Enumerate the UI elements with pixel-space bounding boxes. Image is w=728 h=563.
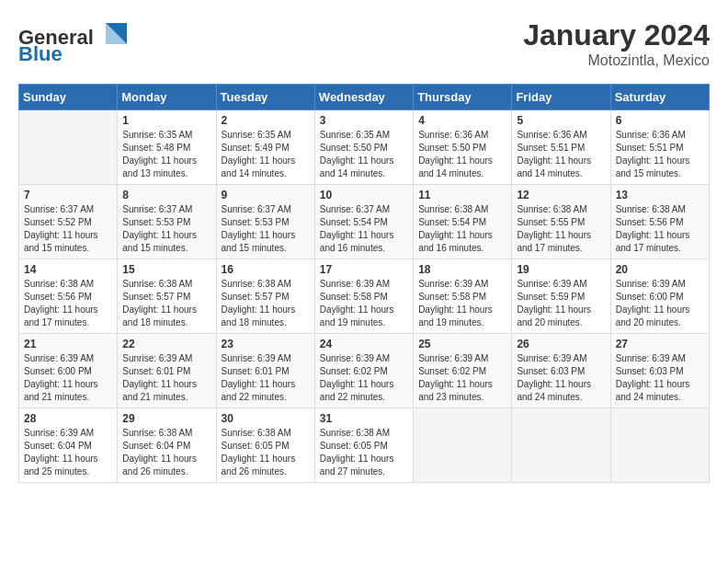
calendar-day-cell: 25Sunrise: 6:39 AMSunset: 6:02 PMDayligh… bbox=[414, 334, 512, 408]
calendar-day-cell: 16Sunrise: 6:38 AMSunset: 5:57 PMDayligh… bbox=[216, 259, 314, 334]
day-details: Sunrise: 6:38 AMSunset: 5:56 PMDaylight:… bbox=[24, 278, 112, 329]
day-details: Sunrise: 6:39 AMSunset: 5:58 PMDaylight:… bbox=[418, 278, 506, 329]
calendar-day-cell: 7Sunrise: 6:37 AMSunset: 5:52 PMDaylight… bbox=[19, 185, 118, 259]
calendar-day-cell bbox=[512, 408, 610, 483]
day-number: 31 bbox=[320, 412, 408, 425]
calendar-day-cell bbox=[19, 110, 118, 185]
day-number: 6 bbox=[616, 114, 704, 127]
calendar-day-cell: 30Sunrise: 6:38 AMSunset: 6:05 PMDayligh… bbox=[216, 408, 314, 483]
day-details: Sunrise: 6:39 AMSunset: 6:01 PMDaylight:… bbox=[122, 352, 210, 404]
month-year-title: January 2024 bbox=[523, 18, 710, 52]
day-number: 26 bbox=[517, 338, 605, 350]
day-number: 12 bbox=[517, 189, 605, 201]
calendar-week-row: 7Sunrise: 6:37 AMSunset: 5:52 PMDaylight… bbox=[19, 185, 710, 259]
weekday-header-cell: Saturday bbox=[610, 85, 709, 110]
day-details: Sunrise: 6:37 AMSunset: 5:54 PMDaylight:… bbox=[320, 203, 408, 255]
day-details: Sunrise: 6:38 AMSunset: 5:57 PMDaylight:… bbox=[122, 278, 210, 329]
day-number: 18 bbox=[418, 263, 506, 276]
day-number: 19 bbox=[517, 263, 605, 276]
location-subtitle: Motozintla, Mexico bbox=[523, 52, 710, 69]
day-number: 1 bbox=[122, 114, 210, 127]
day-number: 10 bbox=[320, 189, 408, 201]
calendar-day-cell: 9Sunrise: 6:37 AMSunset: 5:53 PMDaylight… bbox=[216, 185, 314, 259]
day-number: 13 bbox=[616, 189, 704, 201]
calendar-day-cell: 17Sunrise: 6:39 AMSunset: 5:58 PMDayligh… bbox=[314, 259, 413, 334]
day-details: Sunrise: 6:38 AMSunset: 5:54 PMDaylight:… bbox=[418, 203, 506, 255]
calendar-day-cell: 28Sunrise: 6:39 AMSunset: 6:04 PMDayligh… bbox=[19, 408, 118, 483]
day-details: Sunrise: 6:37 AMSunset: 5:53 PMDaylight:… bbox=[222, 203, 310, 255]
day-details: Sunrise: 6:39 AMSunset: 6:03 PMDaylight:… bbox=[616, 352, 704, 404]
day-details: Sunrise: 6:38 AMSunset: 5:56 PMDaylight:… bbox=[616, 203, 704, 255]
calendar-day-cell: 29Sunrise: 6:38 AMSunset: 6:04 PMDayligh… bbox=[118, 408, 216, 483]
day-number: 29 bbox=[122, 412, 210, 425]
day-number: 4 bbox=[418, 114, 506, 127]
day-number: 9 bbox=[222, 189, 310, 201]
day-number: 15 bbox=[122, 263, 210, 276]
calendar-day-cell: 4Sunrise: 6:36 AMSunset: 5:50 PMDaylight… bbox=[414, 110, 512, 185]
weekday-header-cell: Monday bbox=[118, 85, 216, 110]
calendar-day-cell: 18Sunrise: 6:39 AMSunset: 5:58 PMDayligh… bbox=[414, 259, 512, 334]
day-details: Sunrise: 6:39 AMSunset: 6:03 PMDaylight:… bbox=[517, 352, 605, 404]
day-number: 21 bbox=[24, 338, 112, 350]
calendar-day-cell: 20Sunrise: 6:39 AMSunset: 6:00 PMDayligh… bbox=[610, 259, 709, 334]
calendar-day-cell: 14Sunrise: 6:38 AMSunset: 5:56 PMDayligh… bbox=[19, 259, 118, 334]
day-details: Sunrise: 6:36 AMSunset: 5:51 PMDaylight:… bbox=[616, 129, 704, 180]
calendar-body: 1Sunrise: 6:35 AMSunset: 5:48 PMDaylight… bbox=[19, 110, 710, 483]
logo: General Blue bbox=[18, 18, 129, 68]
weekday-header-cell: Thursday bbox=[414, 85, 512, 110]
weekday-header-cell: Sunday bbox=[19, 85, 118, 110]
calendar-day-cell: 5Sunrise: 6:36 AMSunset: 5:51 PMDaylight… bbox=[512, 110, 610, 185]
day-number: 7 bbox=[24, 189, 112, 201]
page-header: General Blue January 2024 Motozintla, Me… bbox=[18, 18, 710, 69]
calendar-day-cell: 31Sunrise: 6:38 AMSunset: 6:05 PMDayligh… bbox=[314, 408, 413, 483]
day-number: 17 bbox=[320, 263, 408, 276]
calendar-day-cell: 11Sunrise: 6:38 AMSunset: 5:54 PMDayligh… bbox=[414, 185, 512, 259]
day-number: 3 bbox=[320, 114, 408, 127]
day-details: Sunrise: 6:39 AMSunset: 6:01 PMDaylight:… bbox=[222, 352, 310, 404]
day-details: Sunrise: 6:36 AMSunset: 5:51 PMDaylight:… bbox=[517, 129, 605, 180]
day-number: 16 bbox=[222, 263, 310, 276]
day-number: 23 bbox=[222, 338, 310, 350]
calendar-day-cell: 1Sunrise: 6:35 AMSunset: 5:48 PMDaylight… bbox=[118, 110, 216, 185]
day-number: 5 bbox=[517, 114, 605, 127]
day-details: Sunrise: 6:39 AMSunset: 6:00 PMDaylight:… bbox=[24, 352, 112, 404]
day-details: Sunrise: 6:38 AMSunset: 6:05 PMDaylight:… bbox=[222, 427, 310, 478]
calendar-day-cell: 13Sunrise: 6:38 AMSunset: 5:56 PMDayligh… bbox=[610, 185, 709, 259]
day-number: 25 bbox=[418, 338, 506, 350]
day-details: Sunrise: 6:39 AMSunset: 6:00 PMDaylight:… bbox=[616, 278, 704, 329]
calendar-day-cell: 23Sunrise: 6:39 AMSunset: 6:01 PMDayligh… bbox=[216, 334, 314, 408]
day-details: Sunrise: 6:38 AMSunset: 5:55 PMDaylight:… bbox=[517, 203, 605, 255]
day-number: 30 bbox=[222, 412, 310, 425]
calendar-week-row: 28Sunrise: 6:39 AMSunset: 6:04 PMDayligh… bbox=[19, 408, 710, 483]
calendar-day-cell: 21Sunrise: 6:39 AMSunset: 6:00 PMDayligh… bbox=[19, 334, 118, 408]
calendar-week-row: 1Sunrise: 6:35 AMSunset: 5:48 PMDaylight… bbox=[19, 110, 710, 185]
calendar-week-row: 21Sunrise: 6:39 AMSunset: 6:00 PMDayligh… bbox=[19, 334, 710, 408]
day-details: Sunrise: 6:39 AMSunset: 5:59 PMDaylight:… bbox=[517, 278, 605, 329]
calendar-week-row: 14Sunrise: 6:38 AMSunset: 5:56 PMDayligh… bbox=[19, 259, 710, 334]
day-details: Sunrise: 6:35 AMSunset: 5:50 PMDaylight:… bbox=[320, 129, 408, 180]
day-details: Sunrise: 6:35 AMSunset: 5:49 PMDaylight:… bbox=[222, 129, 310, 180]
calendar-day-cell: 24Sunrise: 6:39 AMSunset: 6:02 PMDayligh… bbox=[314, 334, 413, 408]
day-number: 2 bbox=[222, 114, 310, 127]
calendar-day-cell: 22Sunrise: 6:39 AMSunset: 6:01 PMDayligh… bbox=[118, 334, 216, 408]
day-details: Sunrise: 6:35 AMSunset: 5:48 PMDaylight:… bbox=[122, 129, 210, 180]
day-details: Sunrise: 6:37 AMSunset: 5:52 PMDaylight:… bbox=[24, 203, 112, 255]
calendar-day-cell: 3Sunrise: 6:35 AMSunset: 5:50 PMDaylight… bbox=[314, 110, 413, 185]
weekday-header-cell: Wednesday bbox=[314, 85, 413, 110]
day-details: Sunrise: 6:39 AMSunset: 6:04 PMDaylight:… bbox=[24, 427, 112, 478]
day-details: Sunrise: 6:37 AMSunset: 5:53 PMDaylight:… bbox=[122, 203, 210, 255]
day-number: 14 bbox=[24, 263, 112, 276]
day-details: Sunrise: 6:39 AMSunset: 6:02 PMDaylight:… bbox=[320, 352, 408, 404]
day-number: 22 bbox=[122, 338, 210, 350]
day-details: Sunrise: 6:38 AMSunset: 5:57 PMDaylight:… bbox=[222, 278, 310, 329]
weekday-header-cell: Tuesday bbox=[216, 85, 314, 110]
day-number: 20 bbox=[616, 263, 704, 276]
day-details: Sunrise: 6:38 AMSunset: 6:05 PMDaylight:… bbox=[320, 427, 408, 478]
day-number: 11 bbox=[418, 189, 506, 201]
calendar-day-cell: 27Sunrise: 6:39 AMSunset: 6:03 PMDayligh… bbox=[610, 334, 709, 408]
calendar-day-cell bbox=[414, 408, 512, 483]
day-details: Sunrise: 6:39 AMSunset: 5:58 PMDaylight:… bbox=[320, 278, 408, 329]
calendar-day-cell: 10Sunrise: 6:37 AMSunset: 5:54 PMDayligh… bbox=[314, 185, 413, 259]
day-number: 8 bbox=[122, 189, 210, 201]
calendar-day-cell: 12Sunrise: 6:38 AMSunset: 5:55 PMDayligh… bbox=[512, 185, 610, 259]
